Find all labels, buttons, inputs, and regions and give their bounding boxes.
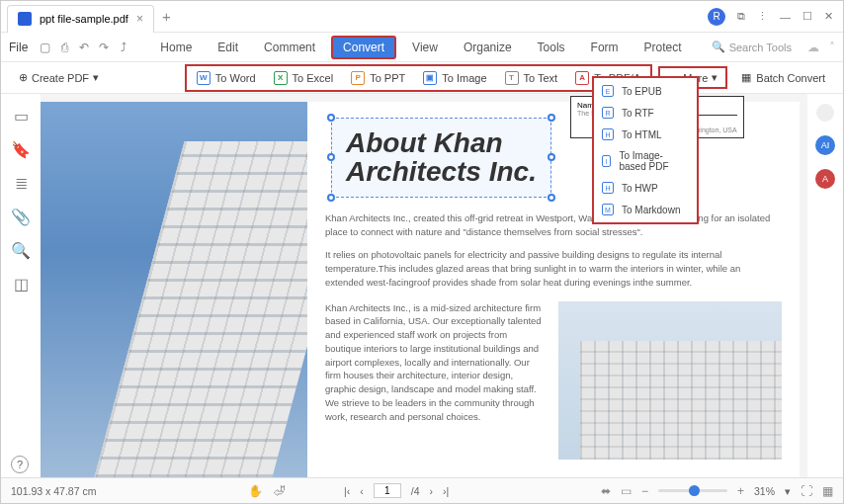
right-badge-1[interactable] [816,104,834,122]
convert-button-group: WTo Word XTo Excel PTo PPT ▣To Image TTo… [185,64,652,92]
word-icon: W [197,71,211,85]
kebab-menu-icon[interactable]: ⋮ [757,10,768,23]
cloud-icon[interactable]: ☁ [807,41,819,54]
zoom-value: 31% [754,485,775,497]
print-icon[interactable]: ⎙ [57,41,71,54]
text-icon: T [505,71,519,85]
heading: About KhanArchitects Inc. [346,128,537,187]
tab-comment[interactable]: Comment [254,38,325,57]
menu-file[interactable]: File [9,41,28,54]
close-window-button[interactable]: ✕ [824,10,833,23]
to-image-button[interactable]: ▣To Image [415,68,494,88]
help-icon[interactable]: ? [11,456,29,473]
more-dropdown-menu: ETo EPUB RTo RTF HTo HTML ITo Image-base… [592,76,699,224]
paragraph-1: Khan Architects Inc., created this off-g… [325,211,782,239]
search-icon: 🔍 [712,41,725,53]
tab-edit[interactable]: Edit [208,38,248,57]
share-icon[interactable]: ⤴ [117,41,130,54]
right-sidebar: AI A [807,94,843,477]
to-word-button[interactable]: WTo Word [189,68,264,88]
prev-page-icon[interactable]: ‹ [360,485,364,497]
page-input[interactable] [374,483,401,498]
copy-icon[interactable]: ⧉ [737,10,745,23]
image-pdf-icon: I [602,155,611,167]
to-ppt-button[interactable]: PTo PPT [343,68,413,88]
zoom-out-icon[interactable]: − [641,484,648,498]
titlebar: ppt file-sample.pdf × + R ⧉ ⋮ — ☐ ✕ [1,1,843,33]
last-page-icon[interactable]: ›| [443,485,449,497]
window-controls: R ⧉ ⋮ — ☐ ✕ [708,8,843,26]
zoom-chevron-icon[interactable]: ▾ [785,485,791,497]
fit-page-icon[interactable]: ▭ [621,484,632,498]
tab-organize[interactable]: Organize [454,38,522,57]
tab-home[interactable]: Home [150,38,202,57]
convert-toolbar: ⊕ Create PDF ▾ WTo Word XTo Excel PTo PP… [1,62,843,94]
image-icon: ▣ [423,71,437,85]
select-tool-icon[interactable]: ⮰ [273,484,285,498]
ppt-icon: P [351,71,365,85]
pdfa-icon: A [575,71,589,85]
fullscreen-icon[interactable]: ⛶ [801,484,812,498]
dropdown-to-hwp[interactable]: HTo HWP [594,177,697,199]
create-pdf-button[interactable]: ⊕ Create PDF ▾ [11,68,107,87]
fit-width-icon[interactable]: ⬌ [601,484,611,498]
save-icon[interactable]: ▢ [38,41,51,54]
statusbar: 101.93 x 47.87 cm ✋ ⮰ |‹ ‹ /4 › ›| ⬌ ▭ −… [1,477,843,503]
page-text-area: About KhanArchitects Inc. Khan Architect… [307,102,800,477]
dropdown-to-rtf[interactable]: RTo RTF [594,102,697,124]
ai-badge-2[interactable]: A [815,169,835,189]
dropdown-to-image-pdf[interactable]: ITo Image-based PDF [594,145,697,177]
layers-icon[interactable]: ≣ [13,175,29,191]
batch-convert-button[interactable]: ▦ Batch Convert [733,68,833,87]
left-sidebar: ▭ 🔖 ≣ 📎 🔍 ◫ [1,94,41,477]
grid-icon: ▦ [741,71,751,84]
redo-icon[interactable]: ↷ [97,41,111,54]
chevron-up-icon[interactable]: ˄ [829,41,835,54]
hand-tool-icon[interactable]: ✋ [248,484,263,498]
zoom-in-icon[interactable]: + [737,484,744,498]
minimize-button[interactable]: — [780,11,791,23]
chevron-down-icon: ▾ [93,71,99,84]
tab-tools[interactable]: Tools [528,38,575,57]
hero-image [41,102,307,477]
tab-close-icon[interactable]: × [136,12,143,26]
add-tab-button[interactable]: + [162,8,171,25]
user-avatar[interactable]: R [708,8,725,26]
tab-convert[interactable]: Convert [331,36,396,59]
dropdown-to-markdown[interactable]: MTo Markdown [594,199,697,220]
tab-filename: ppt file-sample.pdf [40,13,128,25]
next-page-icon[interactable]: › [430,485,434,497]
attachments-icon[interactable]: 📎 [13,209,29,224]
chevron-down-icon: ▾ [712,71,717,84]
undo-icon[interactable]: ↶ [77,41,91,54]
batch-label: Batch Convert [756,72,825,84]
dropdown-to-epub[interactable]: ETo EPUB [594,80,697,102]
create-pdf-label: Create PDF [32,72,89,84]
plus-icon: ⊕ [19,71,28,84]
bookmarks-icon[interactable]: 🔖 [13,141,29,157]
paragraph-3: Khan Architects Inc., is a mid-sized arc… [325,301,545,460]
search-panel-icon[interactable]: 🔍 [13,242,29,258]
dropdown-to-html[interactable]: HTo HTML [594,124,697,145]
thumbnails-icon[interactable]: ▭ [13,108,29,124]
document-tab[interactable]: ppt file-sample.pdf × [7,5,154,33]
tab-form[interactable]: Form [581,38,629,57]
page-navigator: |‹ ‹ /4 › ›| [344,483,449,498]
to-excel-button[interactable]: XTo Excel [266,68,342,88]
ai-assistant-icon[interactable]: AI [815,135,835,155]
read-mode-icon[interactable]: ▦ [822,484,833,498]
page-total-label: /4 [411,485,420,497]
first-page-icon[interactable]: |‹ [344,485,350,497]
workspace: ▭ 🔖 ≣ 📎 🔍 ◫ About KhanArchitects Inc. Kh… [1,94,843,477]
maximize-button[interactable]: ☐ [802,10,812,23]
fields-icon[interactable]: ◫ [13,276,29,292]
markdown-icon: M [602,204,614,215]
to-text-button[interactable]: TTo Text [497,68,566,88]
tab-protect[interactable]: Protect [634,38,692,57]
selected-text-frame[interactable]: About KhanArchitects Inc. [331,118,551,198]
excel-icon: X [274,71,288,85]
zoom-slider[interactable] [658,489,727,492]
html-icon: H [602,128,614,140]
tab-view[interactable]: View [402,38,448,57]
search-tools[interactable]: 🔍 Search Tools [712,41,792,53]
